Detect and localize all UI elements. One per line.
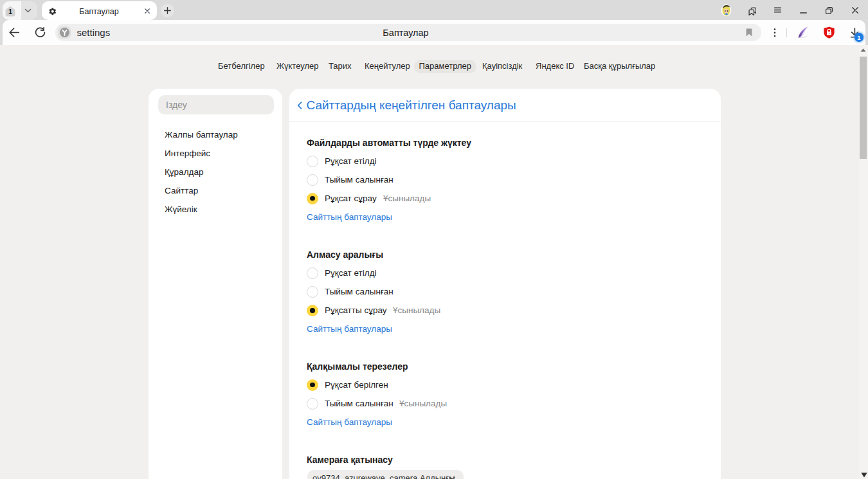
svg-text:1: 1 bbox=[8, 7, 12, 15]
